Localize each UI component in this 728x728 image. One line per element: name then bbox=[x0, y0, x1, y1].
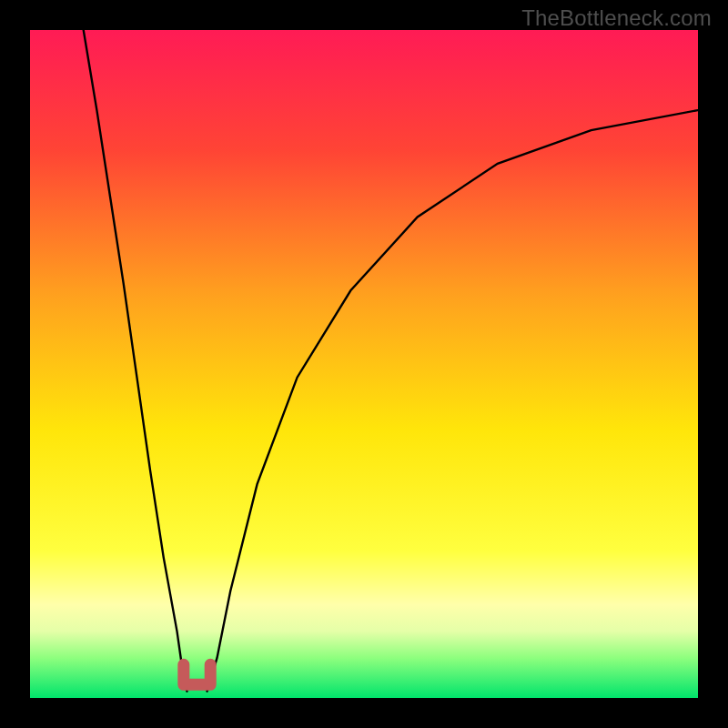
chart-curves bbox=[30, 30, 698, 698]
left-curve bbox=[84, 30, 187, 692]
u-marker bbox=[184, 664, 210, 684]
chart-frame: TheBottleneck.com bbox=[0, 0, 728, 728]
watermark-text: TheBottleneck.com bbox=[521, 5, 712, 31]
right-curve bbox=[207, 110, 698, 692]
plot-area bbox=[30, 30, 698, 698]
